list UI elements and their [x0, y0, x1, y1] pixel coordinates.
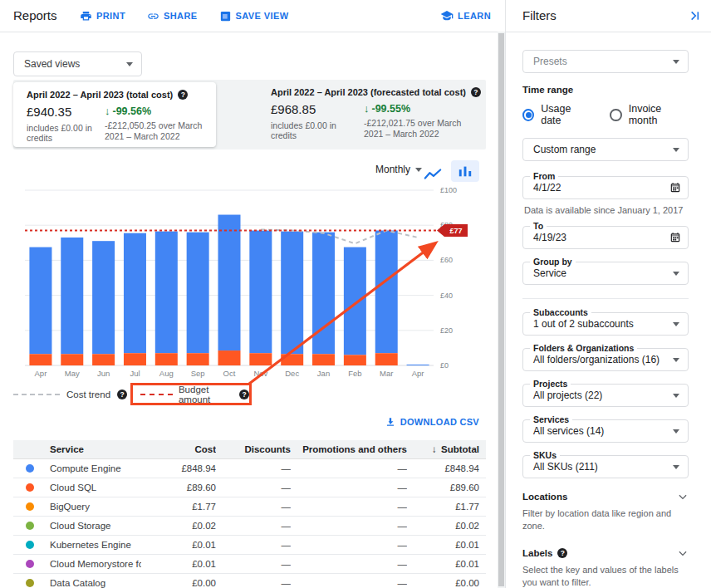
field-value: All projects (22): [523, 390, 673, 401]
series-color-dot: [26, 522, 34, 530]
field-value: 4/19/23: [523, 232, 669, 243]
field-label: Folders & Organizations: [530, 343, 637, 354]
section-locations[interactable]: Locations: [522, 491, 689, 502]
time-range-label: Time range: [522, 85, 689, 95]
section-helper-text: Filter by location data like region and …: [522, 507, 693, 532]
download-csv-button[interactable]: DOWNLOAD CSV: [385, 416, 479, 428]
line-chart-toggle[interactable]: [424, 165, 444, 180]
x-axis-tick: Feb: [348, 369, 361, 378]
main-scrollbar-thumb[interactable]: [498, 33, 504, 586]
learn-button[interactable]: LEARN: [440, 9, 491, 22]
field-value: All folders/organizations (16): [523, 354, 673, 365]
calendar-icon: [669, 182, 681, 194]
collapse-panel-icon[interactable]: [688, 9, 701, 22]
cell-subtotal: £0.01: [407, 559, 486, 569]
cell-cost: £0.02: [141, 521, 216, 531]
help-icon[interactable]: ?: [471, 87, 481, 97]
from-date-field[interactable]: From4/1/22: [522, 176, 689, 199]
saved-views-select[interactable]: Saved views: [13, 51, 142, 76]
help-icon[interactable]: ?: [239, 390, 249, 399]
help-icon[interactable]: ?: [178, 90, 188, 100]
scorecard-credits-note: includes £0.00 in credits: [271, 120, 364, 140]
bar-nov-7[interactable]: [249, 231, 272, 365]
bar-aug-4[interactable]: [155, 232, 178, 365]
interval-dropdown[interactable]: Monthly: [375, 164, 422, 175]
bar-jun-2[interactable]: [92, 241, 115, 365]
cell-subtotal: £0.01: [407, 540, 486, 550]
col-cost[interactable]: Cost: [141, 444, 216, 454]
col-promotions[interactable]: Promotions and others: [291, 444, 407, 454]
folders-organizations-select[interactable]: Folders & OrganizationsAll folders/organ…: [522, 348, 689, 371]
subaccounts-select[interactable]: Subaccounts1 out of 2 subaccounts: [522, 312, 689, 336]
scorecard-delta: -99.56%: [113, 105, 152, 117]
bar-chart-icon: [458, 164, 473, 179]
to-date-field[interactable]: To4/19/23: [522, 226, 689, 249]
chevron-down-icon: [673, 429, 679, 434]
saved-views-label: Saved views: [14, 58, 126, 70]
field-value: All SKUs (211): [523, 461, 673, 473]
bar-jan-9[interactable]: [312, 233, 335, 365]
cell-promotions: —: [291, 559, 407, 569]
radio-usage-date[interactable]: Usage date: [522, 103, 590, 126]
bar-jul-3[interactable]: [124, 233, 146, 365]
field-value: 4/1/22: [523, 182, 669, 194]
range-type-select[interactable]: Custom range: [522, 138, 689, 161]
col-subtotal-sorted[interactable]: ↓ Subtotal: [407, 444, 486, 454]
series-color-dot: [26, 483, 34, 492]
header-action-share[interactable]: SHARE: [147, 10, 198, 22]
chevron-down-icon: [126, 62, 133, 66]
chevron-down-icon: [673, 272, 679, 276]
collapse-icon: [688, 9, 701, 22]
scorecard-title-text: April 2022 – April 2023 (total cost): [27, 90, 173, 100]
radio-invoice-month[interactable]: Invoice month: [610, 103, 689, 126]
skus-select[interactable]: SKUsAll SKUs (211): [522, 455, 689, 478]
section-labels[interactable]: Labels?: [522, 547, 689, 559]
help-icon[interactable]: ?: [117, 390, 127, 399]
x-axis-tick: Dec: [285, 369, 299, 378]
header-action-save-view[interactable]: SAVE VIEW: [219, 10, 289, 22]
bar-feb-10[interactable]: [344, 247, 366, 365]
col-discounts[interactable]: Discounts: [216, 444, 291, 454]
field-label: To: [530, 221, 547, 232]
chevron-down-icon: [673, 465, 679, 469]
cell-cost: £0.00: [141, 578, 216, 588]
cell-discounts: —: [216, 540, 291, 550]
cell-subtotal: £89.60: [407, 483, 486, 492]
bar-may-1[interactable]: [61, 238, 83, 365]
bar-sep-5[interactable]: [187, 233, 209, 365]
legend-cost-trend: Cost trend ?: [13, 387, 127, 402]
bar-apr-12[interactable]: [407, 365, 429, 365]
col-service[interactable]: Service: [47, 444, 141, 454]
bar-oct-6[interactable]: [218, 215, 241, 365]
header-action-label: SAVE VIEW: [236, 11, 289, 21]
cost-trend-label: Cost trend: [66, 390, 110, 399]
bar-mar-11[interactable]: [375, 231, 398, 365]
scorecard-delta: -99.55%: [372, 103, 411, 115]
help-icon[interactable]: ?: [557, 548, 567, 558]
header-action-label: PRINT: [96, 11, 125, 21]
group-by-select[interactable]: Group byService: [522, 262, 689, 285]
cell-subtotal: £848.94: [407, 463, 486, 473]
scorecard-1[interactable]: April 2022 – April 2023 (forecasted tota…: [257, 80, 486, 149]
col-subtotal-label: Subtotal: [441, 444, 479, 454]
services-select[interactable]: ServicesAll services (14): [522, 419, 689, 443]
presets-select[interactable]: Presets: [522, 50, 689, 73]
projects-select[interactable]: ProjectsAll projects (22): [522, 384, 689, 407]
bar-apr-0[interactable]: [29, 247, 51, 365]
field-value: All services (14): [523, 425, 673, 437]
reports-page: Reports PRINTSHARESAVE VIEW LEARN Saved …: [0, 0, 498, 588]
bar-dec-8[interactable]: [281, 232, 303, 365]
cell-promotions: —: [291, 463, 407, 473]
cell-service: Data Catalog: [47, 578, 141, 588]
header-actions: PRINTSHARESAVE VIEW: [80, 0, 288, 32]
main-scrollbar[interactable]: [498, 32, 505, 588]
scorecard-delta-note: -£212,050.25 over March 2021 – March 202…: [105, 120, 216, 142]
date-helper-text: Data is available since January 1, 2017: [524, 204, 689, 216]
scorecard-0[interactable]: April 2022 – April 2023 (total cost)?£94…: [13, 82, 216, 147]
filters-title: Filters: [522, 0, 557, 32]
scorecards-strip: April 2022 – April 2023 (total cost)?£94…: [13, 80, 486, 149]
reports-header: Reports PRINTSHARESAVE VIEW LEARN: [0, 0, 498, 32]
field-value: Custom range: [523, 144, 673, 155]
header-action-print[interactable]: PRINT: [80, 10, 125, 22]
bar-chart-toggle[interactable]: [451, 160, 479, 182]
